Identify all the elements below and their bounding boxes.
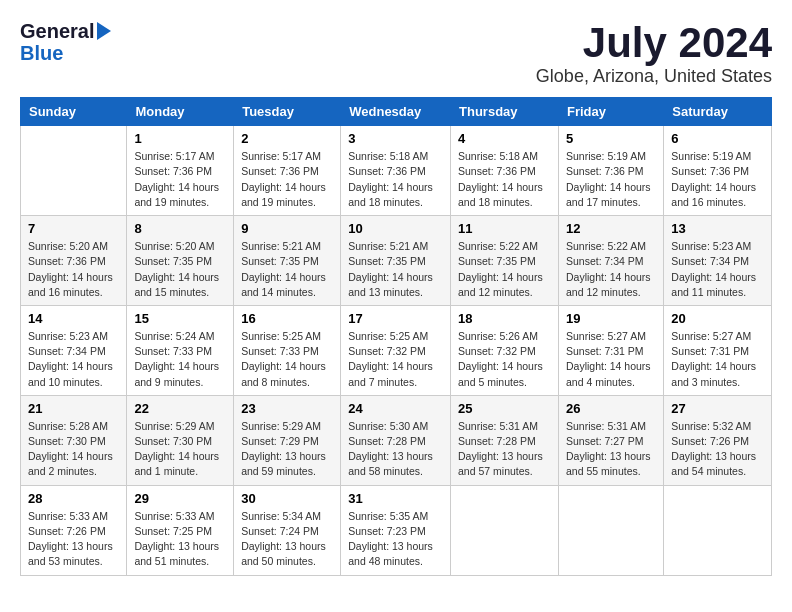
day-number: 26 <box>566 401 656 416</box>
calendar-cell <box>558 485 663 575</box>
calendar-title: July 2024 <box>536 20 772 66</box>
calendar-week-2: 7Sunrise: 5:20 AM Sunset: 7:36 PM Daylig… <box>21 216 772 306</box>
header-row: Sunday Monday Tuesday Wednesday Thursday… <box>21 98 772 126</box>
day-info: Sunrise: 5:32 AM Sunset: 7:26 PM Dayligh… <box>671 419 764 480</box>
header-monday: Monday <box>127 98 234 126</box>
day-number: 3 <box>348 131 443 146</box>
day-number: 7 <box>28 221 119 236</box>
calendar-cell: 23Sunrise: 5:29 AM Sunset: 7:29 PM Dayli… <box>234 395 341 485</box>
calendar-cell: 1Sunrise: 5:17 AM Sunset: 7:36 PM Daylig… <box>127 126 234 216</box>
day-number: 20 <box>671 311 764 326</box>
calendar-cell: 25Sunrise: 5:31 AM Sunset: 7:28 PM Dayli… <box>451 395 559 485</box>
day-info: Sunrise: 5:18 AM Sunset: 7:36 PM Dayligh… <box>348 149 443 210</box>
header-thursday: Thursday <box>451 98 559 126</box>
day-info: Sunrise: 5:31 AM Sunset: 7:27 PM Dayligh… <box>566 419 656 480</box>
calendar-cell: 22Sunrise: 5:29 AM Sunset: 7:30 PM Dayli… <box>127 395 234 485</box>
day-info: Sunrise: 5:33 AM Sunset: 7:26 PM Dayligh… <box>28 509 119 570</box>
calendar-cell <box>21 126 127 216</box>
calendar-week-5: 28Sunrise: 5:33 AM Sunset: 7:26 PM Dayli… <box>21 485 772 575</box>
calendar-cell: 2Sunrise: 5:17 AM Sunset: 7:36 PM Daylig… <box>234 126 341 216</box>
day-info: Sunrise: 5:27 AM Sunset: 7:31 PM Dayligh… <box>671 329 764 390</box>
header-friday: Friday <box>558 98 663 126</box>
calendar-cell: 8Sunrise: 5:20 AM Sunset: 7:35 PM Daylig… <box>127 216 234 306</box>
calendar-cell: 19Sunrise: 5:27 AM Sunset: 7:31 PM Dayli… <box>558 305 663 395</box>
day-info: Sunrise: 5:22 AM Sunset: 7:34 PM Dayligh… <box>566 239 656 300</box>
day-info: Sunrise: 5:29 AM Sunset: 7:30 PM Dayligh… <box>134 419 226 480</box>
calendar-cell: 28Sunrise: 5:33 AM Sunset: 7:26 PM Dayli… <box>21 485 127 575</box>
day-number: 19 <box>566 311 656 326</box>
day-info: Sunrise: 5:31 AM Sunset: 7:28 PM Dayligh… <box>458 419 551 480</box>
day-number: 5 <box>566 131 656 146</box>
day-info: Sunrise: 5:17 AM Sunset: 7:36 PM Dayligh… <box>134 149 226 210</box>
logo-general-text: General <box>20 20 94 42</box>
day-info: Sunrise: 5:25 AM Sunset: 7:33 PM Dayligh… <box>241 329 333 390</box>
calendar-week-4: 21Sunrise: 5:28 AM Sunset: 7:30 PM Dayli… <box>21 395 772 485</box>
day-info: Sunrise: 5:22 AM Sunset: 7:35 PM Dayligh… <box>458 239 551 300</box>
calendar-week-1: 1Sunrise: 5:17 AM Sunset: 7:36 PM Daylig… <box>21 126 772 216</box>
day-info: Sunrise: 5:24 AM Sunset: 7:33 PM Dayligh… <box>134 329 226 390</box>
day-number: 17 <box>348 311 443 326</box>
day-number: 11 <box>458 221 551 236</box>
calendar-cell: 15Sunrise: 5:24 AM Sunset: 7:33 PM Dayli… <box>127 305 234 395</box>
calendar-cell: 21Sunrise: 5:28 AM Sunset: 7:30 PM Dayli… <box>21 395 127 485</box>
calendar-cell: 26Sunrise: 5:31 AM Sunset: 7:27 PM Dayli… <box>558 395 663 485</box>
calendar-table: Sunday Monday Tuesday Wednesday Thursday… <box>20 97 772 575</box>
page-header: General Blue July 2024 Globe, Arizona, U… <box>20 20 772 87</box>
day-number: 24 <box>348 401 443 416</box>
day-number: 13 <box>671 221 764 236</box>
calendar-cell: 18Sunrise: 5:26 AM Sunset: 7:32 PM Dayli… <box>451 305 559 395</box>
day-number: 12 <box>566 221 656 236</box>
title-block: July 2024 Globe, Arizona, United States <box>536 20 772 87</box>
logo-arrow-icon <box>97 22 111 40</box>
day-number: 15 <box>134 311 226 326</box>
day-info: Sunrise: 5:19 AM Sunset: 7:36 PM Dayligh… <box>566 149 656 210</box>
calendar-cell: 16Sunrise: 5:25 AM Sunset: 7:33 PM Dayli… <box>234 305 341 395</box>
day-number: 18 <box>458 311 551 326</box>
logo-blue-text: Blue <box>20 42 111 64</box>
day-number: 2 <box>241 131 333 146</box>
day-number: 31 <box>348 491 443 506</box>
day-info: Sunrise: 5:20 AM Sunset: 7:35 PM Dayligh… <box>134 239 226 300</box>
day-number: 14 <box>28 311 119 326</box>
calendar-cell: 6Sunrise: 5:19 AM Sunset: 7:36 PM Daylig… <box>664 126 772 216</box>
day-number: 30 <box>241 491 333 506</box>
day-number: 4 <box>458 131 551 146</box>
day-info: Sunrise: 5:19 AM Sunset: 7:36 PM Dayligh… <box>671 149 764 210</box>
calendar-cell: 24Sunrise: 5:30 AM Sunset: 7:28 PM Dayli… <box>341 395 451 485</box>
calendar-subtitle: Globe, Arizona, United States <box>536 66 772 87</box>
calendar-cell: 3Sunrise: 5:18 AM Sunset: 7:36 PM Daylig… <box>341 126 451 216</box>
calendar-cell <box>451 485 559 575</box>
header-saturday: Saturday <box>664 98 772 126</box>
calendar-cell: 11Sunrise: 5:22 AM Sunset: 7:35 PM Dayli… <box>451 216 559 306</box>
day-info: Sunrise: 5:23 AM Sunset: 7:34 PM Dayligh… <box>28 329 119 390</box>
day-info: Sunrise: 5:20 AM Sunset: 7:36 PM Dayligh… <box>28 239 119 300</box>
day-number: 25 <box>458 401 551 416</box>
calendar-cell: 29Sunrise: 5:33 AM Sunset: 7:25 PM Dayli… <box>127 485 234 575</box>
day-number: 8 <box>134 221 226 236</box>
day-info: Sunrise: 5:27 AM Sunset: 7:31 PM Dayligh… <box>566 329 656 390</box>
day-number: 10 <box>348 221 443 236</box>
calendar-cell: 27Sunrise: 5:32 AM Sunset: 7:26 PM Dayli… <box>664 395 772 485</box>
day-info: Sunrise: 5:25 AM Sunset: 7:32 PM Dayligh… <box>348 329 443 390</box>
calendar-cell: 12Sunrise: 5:22 AM Sunset: 7:34 PM Dayli… <box>558 216 663 306</box>
calendar-cell: 4Sunrise: 5:18 AM Sunset: 7:36 PM Daylig… <box>451 126 559 216</box>
day-info: Sunrise: 5:28 AM Sunset: 7:30 PM Dayligh… <box>28 419 119 480</box>
header-tuesday: Tuesday <box>234 98 341 126</box>
day-info: Sunrise: 5:23 AM Sunset: 7:34 PM Dayligh… <box>671 239 764 300</box>
day-info: Sunrise: 5:21 AM Sunset: 7:35 PM Dayligh… <box>348 239 443 300</box>
day-number: 21 <box>28 401 119 416</box>
calendar-week-3: 14Sunrise: 5:23 AM Sunset: 7:34 PM Dayli… <box>21 305 772 395</box>
calendar-cell: 14Sunrise: 5:23 AM Sunset: 7:34 PM Dayli… <box>21 305 127 395</box>
calendar-cell <box>664 485 772 575</box>
header-sunday: Sunday <box>21 98 127 126</box>
calendar-cell: 10Sunrise: 5:21 AM Sunset: 7:35 PM Dayli… <box>341 216 451 306</box>
logo: General Blue <box>20 20 111 64</box>
day-info: Sunrise: 5:34 AM Sunset: 7:24 PM Dayligh… <box>241 509 333 570</box>
calendar-cell: 5Sunrise: 5:19 AM Sunset: 7:36 PM Daylig… <box>558 126 663 216</box>
day-number: 16 <box>241 311 333 326</box>
calendar-body: 1Sunrise: 5:17 AM Sunset: 7:36 PM Daylig… <box>21 126 772 575</box>
calendar-cell: 17Sunrise: 5:25 AM Sunset: 7:32 PM Dayli… <box>341 305 451 395</box>
calendar-cell: 20Sunrise: 5:27 AM Sunset: 7:31 PM Dayli… <box>664 305 772 395</box>
calendar-cell: 7Sunrise: 5:20 AM Sunset: 7:36 PM Daylig… <box>21 216 127 306</box>
day-info: Sunrise: 5:35 AM Sunset: 7:23 PM Dayligh… <box>348 509 443 570</box>
